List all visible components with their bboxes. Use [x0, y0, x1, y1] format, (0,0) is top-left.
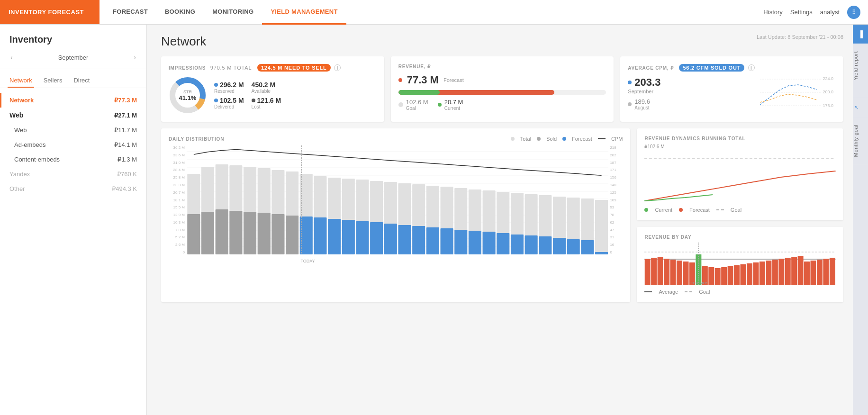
brand: INVENTORY FORECAST	[0, 0, 99, 24]
legend-sold: Sold	[546, 136, 557, 142]
nav-yield-management[interactable]: YIELD MANAGEMENT	[262, 0, 346, 25]
cpm-card-title: AVERAGE CPM, ₽ 56.2 CFM sold out i	[628, 64, 836, 72]
revenue-main: 77.3 M Forecast	[398, 74, 606, 86]
sidebar-item-yandex[interactable]: Yandex ₽760 K	[0, 167, 146, 181]
yield-report-tab[interactable]: Yield report	[853, 44, 868, 88]
svg-rect-91	[670, 260, 676, 285]
sidebar-title: Inventory	[0, 25, 146, 50]
svg-rect-89	[658, 257, 663, 285]
revenue-goal-label: Goal	[406, 106, 428, 111]
revenue-by-day-title: REVENUE BY DAY	[644, 235, 836, 240]
svg-rect-110	[792, 257, 797, 285]
cpm-left: 203.3 September 189.6 August	[628, 76, 752, 110]
cpm-info-icon[interactable]: i	[748, 64, 755, 71]
revenue-by-day-chart: TODAY	[644, 243, 836, 285]
settings-link[interactable]: Settings	[790, 9, 813, 16]
legend-dot-sold	[537, 137, 541, 141]
imp-val-lost: 121.6 M	[257, 97, 281, 104]
content-area: Network Last Update: 8 September '21 - 0…	[147, 25, 853, 415]
sidebar-item-label: Web	[14, 126, 27, 134]
impressions-info-icon[interactable]: i	[334, 64, 341, 71]
dot-cpm-aug	[628, 102, 632, 106]
sidebar-item-label: Other	[9, 185, 25, 192]
dot-goal	[398, 102, 403, 107]
avatar[interactable]: ⠿	[847, 6, 860, 19]
donut-chart: STR 41.1%	[169, 76, 207, 114]
chart-title: DAILY DISTRIBUTION	[169, 136, 224, 142]
cards-row: IMPRESSIONS 970.5 M total 124.5 M need t…	[161, 56, 843, 122]
month-nav: ‹ September ›	[0, 50, 146, 69]
next-month-button[interactable]: ›	[131, 52, 139, 63]
nav-booking[interactable]: BOOKING	[156, 0, 204, 25]
sidebar-tab-direct[interactable]: Direct	[72, 74, 91, 88]
donut-label: STR 41.1%	[179, 90, 197, 101]
imp-val-delivered: 102.5 M	[220, 97, 244, 104]
sidebar-tab-sellers[interactable]: Sellers	[42, 74, 64, 88]
svg-rect-108	[779, 259, 785, 285]
trending-tab[interactable]: ↗	[853, 98, 868, 117]
y-labels-left: 0 2.6 M 5.2 M 7.8 M 10.3 M 12.9 M 15.5 M…	[169, 145, 187, 254]
legend-total: Total	[520, 136, 531, 142]
svg-rect-113	[811, 261, 816, 285]
yield-report-icon-area[interactable]: ▐	[853, 25, 868, 44]
legend-line-cpm	[598, 138, 606, 139]
dot-forecast	[398, 78, 402, 82]
cpm-body: 203.3 September 189.6 August	[628, 76, 836, 110]
cpm-main-row: 203.3	[628, 76, 752, 89]
revenue-current-value: 20.7 M	[444, 99, 463, 106]
sidebar-item-value: ₽11.7 M	[114, 126, 137, 134]
sidebar-tab-network[interactable]: Network	[8, 74, 34, 88]
sidebar-tabs: Network Sellers Direct	[0, 69, 146, 88]
month-label: September	[58, 54, 89, 61]
imp-lbl-reserved: Reserved	[214, 89, 244, 94]
impressions-card: IMPRESSIONS 970.5 M total 124.5 M need t…	[161, 56, 384, 122]
impressions-body: STR 41.1% 296.2 M Reserved	[169, 76, 377, 114]
content-title: Network	[161, 34, 206, 49]
side-charts: REVENUE DYNAMICS RUNNING TOTAL ₽102.6 M	[637, 128, 843, 302]
nav-links: FORECAST BOOKING MONITORING YIELD MANAGE…	[99, 0, 763, 25]
chart-header: DAILY DISTRIBUTION Total Sold Forecast C…	[169, 136, 623, 142]
svg-rect-107	[772, 260, 778, 285]
sidebar-item-value: ₽1.3 M	[118, 156, 137, 163]
sidebar-item-other[interactable]: Other ₽494.3 K	[0, 181, 146, 196]
sidebar-item-value: ₽760 K	[117, 171, 137, 178]
sidebar-item-contentembeds[interactable]: Content-embeds ₽1.3 M	[0, 152, 146, 167]
sidebar-item-adembeds[interactable]: Ad-embeds ₽14.1 M	[0, 137, 146, 152]
revenue-bar	[398, 90, 606, 95]
svg-rect-87	[645, 259, 651, 285]
history-link[interactable]: History	[763, 9, 782, 16]
cpm-aug-label: August	[634, 105, 650, 110]
nav-forecast[interactable]: FORECAST	[104, 0, 156, 25]
sidebar-item-web[interactable]: Web ₽11.7 M	[0, 123, 146, 137]
revenue-by-day-card: REVENUE BY DAY TODAY Average Goal	[637, 227, 843, 302]
nav-monitoring[interactable]: MONITORING	[204, 0, 262, 25]
cpm-secondary: 189.6 August	[628, 98, 752, 110]
cpm-sep-label: September	[628, 89, 752, 94]
imp-val-available: 450.2 M	[252, 81, 276, 89]
svg-rect-101	[734, 265, 740, 285]
svg-text:200.0: 200.0	[823, 90, 833, 94]
dot-current	[438, 103, 442, 107]
right-side-panel: ▐ Yield report ↗ Monthly goal	[853, 25, 868, 415]
revenue-dynamics-chart	[644, 151, 836, 203]
revenue-main-value: 77.3 M	[407, 74, 439, 86]
prev-month-button[interactable]: ‹	[8, 52, 16, 63]
sidebar-item-network[interactable]: Network ₽77.3 M	[0, 93, 146, 108]
impressions-card-title: IMPRESSIONS 970.5 M total 124.5 M need t…	[169, 64, 377, 72]
svg-text:176.0: 176.0	[823, 103, 833, 108]
revenue-goal-item: 102.6 M Goal	[398, 99, 428, 111]
topnav: INVENTORY FORECAST FORECAST BOOKING MONI…	[0, 0, 868, 25]
monthly-goal-tab[interactable]: Monthly goal	[853, 117, 868, 164]
revenue-dynamics-card: REVENUE DYNAMICS RUNNING TOTAL ₽102.6 M	[637, 128, 843, 220]
svg-rect-103	[747, 263, 752, 285]
legend-cpm: CPM	[611, 136, 623, 142]
sidebar-item-web-group[interactable]: Web ₽27.1 M	[0, 108, 146, 123]
imp-lbl-lost: Lost	[252, 104, 281, 109]
svg-rect-109	[785, 258, 791, 285]
user-label: analyst	[820, 9, 840, 16]
today-label: TODAY	[300, 259, 315, 263]
revenue-goal-value: 102.6 M	[406, 99, 428, 106]
main-layout: Inventory ‹ September › Network Sellers …	[0, 25, 868, 415]
legend-goal: Goal	[731, 207, 741, 213]
imp-stat-lost: 121.6 M Lost	[252, 97, 281, 109]
